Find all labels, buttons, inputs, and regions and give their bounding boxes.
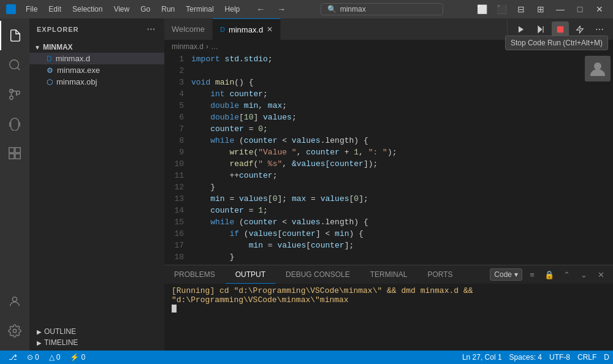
panel-right: Code ▾ ≡ 🔒 ⌃ ⌄ ✕ <box>485 267 613 282</box>
menu-edit[interactable]: Edit <box>44 2 66 16</box>
panel-list-icon[interactable]: ≡ <box>525 267 539 282</box>
panel-close-icon[interactable]: ✕ <box>593 267 608 282</box>
code-line[interactable]: int counter; <box>191 88 611 100</box>
code-line[interactable]: if (values[counter] > max) { <box>191 263 611 265</box>
status-errors[interactable]: ⊙ 0 <box>23 351 43 364</box>
info-count: 0 <box>81 353 85 362</box>
tab-welcome[interactable]: Welcome <box>164 18 213 40</box>
line-number: 10 <box>169 158 184 170</box>
nav-back[interactable]: ← <box>252 1 269 17</box>
panel-tab-problems[interactable]: PROBLEMS <box>164 265 226 284</box>
menu-file[interactable]: File <box>21 2 42 16</box>
cursor-line <box>172 305 606 313</box>
file-minmax-exe[interactable]: ⚙ minmax.exe <box>29 64 164 76</box>
menu-run[interactable]: Run <box>156 2 180 16</box>
panel-up-icon[interactable]: ⌃ <box>559 267 574 282</box>
more-btn[interactable]: ⋯ <box>591 21 608 37</box>
file-icon-exe: ⚙ <box>47 66 53 75</box>
sidebar-more-icon[interactable]: ⋯ <box>145 23 157 36</box>
layout-btn-4[interactable]: ⊞ <box>532 2 549 16</box>
status-warnings[interactable]: △ 0 <box>45 351 64 364</box>
line-number: 1 <box>169 53 184 65</box>
chevron-down-icon: ▾ <box>514 270 518 279</box>
code-line[interactable] <box>191 65 611 77</box>
panel-tab-output[interactable]: OUTPUT <box>226 265 276 284</box>
editor-area: Welcome D minmax.d ✕ <box>164 18 613 351</box>
code-line[interactable]: write("Value ", counter + 1, ": "); <box>191 146 611 158</box>
maximize-btn[interactable]: □ <box>571 2 588 16</box>
status-branch[interactable]: ⎇ <box>5 351 21 364</box>
activity-settings[interactable] <box>0 316 29 346</box>
code-line[interactable]: ++counter; <box>191 170 611 181</box>
panel-tab-ports[interactable]: PORTS <box>417 265 463 284</box>
activity-explorer[interactable] <box>0 21 29 50</box>
panel-dropdown[interactable]: Code ▾ <box>490 268 522 281</box>
code-line[interactable]: } <box>191 251 611 263</box>
panel-tab-terminal[interactable]: TERMINAL <box>360 265 418 284</box>
menu-help[interactable]: Help <box>220 2 245 16</box>
code-line[interactable]: while (counter < values.length) { <box>191 135 611 146</box>
code-line[interactable]: if (values[counter] < min) { <box>191 228 611 240</box>
status-spaces[interactable]: Spaces: 4 <box>506 351 546 364</box>
code-editor: 1234567891011121314151617181920212223242… <box>164 53 613 265</box>
folder-minmax[interactable]: ▼ MINMAX <box>29 42 164 53</box>
file-minmax-obj[interactable]: ⬡ minmax.obj <box>29 76 164 88</box>
tab-minmax-d-label: minmax.d <box>229 25 263 34</box>
svg-line-1 <box>17 67 20 70</box>
menu-terminal[interactable]: Terminal <box>181 2 218 16</box>
activity-account[interactable] <box>0 287 29 316</box>
nav-forward[interactable]: → <box>273 1 290 17</box>
code-line[interactable]: min = values[counter]; <box>191 240 611 251</box>
stop-btn[interactable] <box>552 21 569 37</box>
code-line[interactable]: double[10] values; <box>191 112 611 123</box>
code-line[interactable]: import std.stdio; <box>191 53 611 65</box>
file-name-obj: minmax.obj <box>56 77 97 86</box>
warning-icon: △ <box>49 353 55 362</box>
line-number: 11 <box>169 170 184 181</box>
status-encoding[interactable]: UTF-8 <box>546 351 574 364</box>
minimize-btn[interactable]: — <box>552 2 569 16</box>
sidebar-header-icons: ⋯ <box>145 23 157 36</box>
code-line[interactable]: double min, max; <box>191 100 611 112</box>
code-line[interactable]: readf(" %s", &values[counter]); <box>191 158 611 170</box>
menu-view[interactable]: View <box>109 2 134 16</box>
error-count: 0 <box>35 353 39 362</box>
code-line[interactable]: while (counter < values.length) { <box>191 216 611 228</box>
panel-lock-icon[interactable]: 🔒 <box>542 267 557 282</box>
close-btn[interactable]: ✕ <box>591 2 608 16</box>
layout-btn-1[interactable]: ⬜ <box>473 2 490 16</box>
layout-btn-2[interactable]: ⬛ <box>493 2 510 16</box>
tab-close-btn[interactable]: ✕ <box>267 25 273 34</box>
nav-controls: ← → <box>247 1 295 17</box>
file-minmax-d[interactable]: D minmax.d ✕ <box>29 53 164 64</box>
code-line[interactable]: } <box>191 181 611 193</box>
activity-git[interactable] <box>0 80 29 109</box>
menu-go[interactable]: Go <box>135 2 155 16</box>
run-btn[interactable] <box>512 21 530 37</box>
file-name-d: minmax.d <box>56 54 90 63</box>
lightning-btn[interactable] <box>571 21 588 37</box>
timeline-item[interactable]: ▶ TIMELINE <box>29 337 164 348</box>
file-icon-d: D <box>47 55 52 63</box>
layout-btn-3[interactable]: ⊟ <box>512 2 530 16</box>
code-line[interactable]: counter = 0; <box>191 123 611 135</box>
code-line[interactable]: counter = 1; <box>191 205 611 216</box>
line-number: 13 <box>169 193 184 205</box>
code-content[interactable]: import std.stdio; void main() { int coun… <box>189 53 613 265</box>
tab-minmax-d[interactable]: D minmax.d ✕ <box>213 18 281 40</box>
status-language[interactable]: D <box>600 351 613 364</box>
activity-search[interactable] <box>0 50 29 80</box>
outline-item[interactable]: ▶ OUTLINE <box>29 326 164 337</box>
code-line[interactable]: min = values[0]; max = values[0]; <box>191 193 611 205</box>
panel-tab-debug[interactable]: DEBUG CONSOLE <box>276 265 360 284</box>
status-position[interactable]: Ln 27, Col 1 <box>459 351 506 364</box>
activity-debug[interactable] <box>0 109 29 138</box>
panel-down-icon[interactable]: ⌄ <box>576 267 591 282</box>
activity-extensions[interactable] <box>0 138 29 168</box>
search-bar[interactable]: 🔍 minmax <box>321 3 443 15</box>
run-all-btn[interactable] <box>532 21 549 37</box>
menu-selection[interactable]: Selection <box>67 2 107 16</box>
status-line-ending[interactable]: CRLF <box>574 351 600 364</box>
code-line[interactable]: void main() { <box>191 77 611 88</box>
status-info[interactable]: ⚡ 0 <box>66 351 89 364</box>
